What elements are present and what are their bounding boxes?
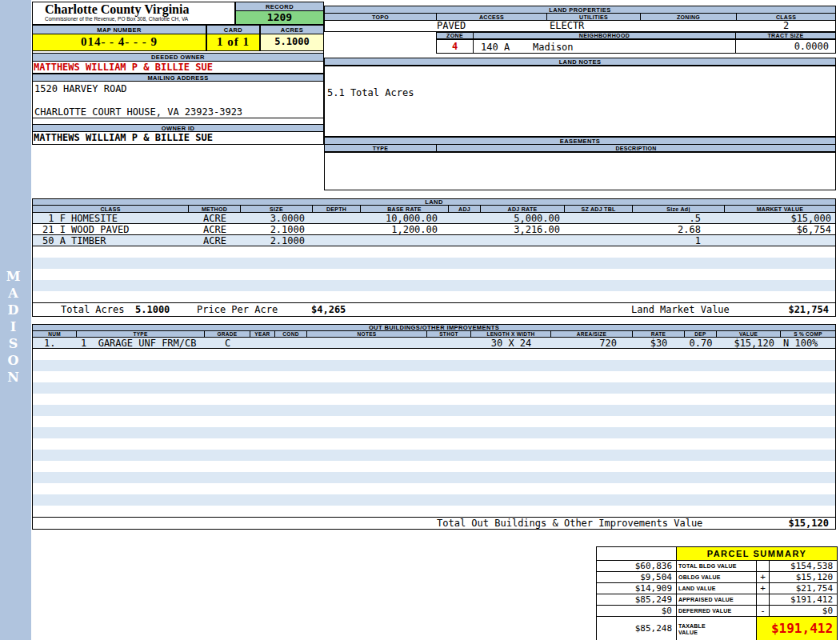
map-number-label: MAP NUMBER [32, 25, 206, 34]
deeded-owner-value: MATTHEWS WILLIAM P & BILLIE SUE [32, 62, 324, 74]
col-notes: NOTES [307, 331, 427, 338]
summary-label: TOTAL BLDG VALUE [677, 561, 757, 572]
card-label: CARD [206, 25, 260, 34]
district-sidebar: MADISON [0, 0, 31, 640]
parcel-summary-header: PARCEL SUMMARY [597, 547, 838, 561]
col-type: TYPE [77, 331, 205, 338]
summary-operator [757, 561, 770, 572]
col-rate: RATE [633, 331, 685, 338]
land-section-title: LAND [32, 198, 836, 206]
summary-operator [757, 594, 770, 606]
empty-row [33, 438, 835, 450]
empty-row [33, 461, 835, 472]
ob-s-comp: N 100% [781, 338, 835, 348]
zone-label: ZONE [436, 32, 474, 39]
summary-operator: + [757, 583, 770, 594]
land-size-adj: 2.68 [633, 224, 725, 234]
col-length-width: LENGTH X WIDTH [471, 331, 551, 338]
col-cond: COND [275, 331, 307, 338]
card-field: CARD 1 of 1 [206, 25, 260, 51]
col-dep: DEP [685, 331, 717, 338]
prior-value: $14,909 [597, 583, 677, 594]
ob-num: 1. [33, 338, 77, 348]
empty-row [33, 427, 835, 438]
total-acres-label: Total Acres [61, 304, 124, 316]
summary-value: $154,538 [770, 561, 838, 572]
col-sz-adj-tbl: SZ ADJ TBL [565, 206, 633, 213]
record-label: RECORD [235, 2, 324, 11]
taxable-value-row: $85,248 TAXABLE VALUE $191,412 [597, 617, 838, 640]
map-number-field: MAP NUMBER 014- - 4- - - 9 [32, 25, 206, 51]
prior-value: $0 [597, 606, 677, 617]
col-adj: ADJ [449, 206, 481, 213]
empty-row [33, 506, 835, 517]
county-subtitle: Commissioner of the Revenue, PO Box 308,… [33, 16, 234, 22]
col-class: CLASS [33, 206, 189, 213]
land-method: ACRE [189, 213, 241, 223]
address-line-2: CHARLOTTE COURT HOUSE, VA 23923-3923 [34, 106, 242, 118]
land-market-value-total: $21,754 [788, 304, 829, 316]
land-size-adj: 1 [633, 235, 725, 246]
empty-row [33, 494, 835, 506]
empty-row [33, 472, 835, 483]
empty-row [33, 371, 835, 382]
neighborhood-name: Madison [533, 42, 574, 53]
out-buildings-table: OUT BUILDINGS/OTHER IMPROVEMENTS NUM TYP… [32, 324, 836, 530]
property-record-card: MADISON Charlotte County Virginia Commis… [0, 0, 840, 640]
price-per-acre-label: Price Per Acre [197, 304, 278, 316]
ob-value: $15,120 [717, 338, 781, 348]
summary-label: APPRAISED VALUE [677, 594, 757, 606]
summary-operator: - [757, 606, 770, 617]
map-number-value: 014- - 4- - - 9 [32, 34, 206, 51]
empty-row [33, 349, 835, 360]
tract-size-label: TRACT SIZE [735, 32, 836, 39]
mailing-address-label: MAILING ADDRESS [32, 74, 324, 82]
acres-label: ACRES [260, 25, 324, 34]
parcel-summary-title: PARCEL SUMMARY [677, 547, 838, 561]
acres-field: ACRES 5.1000 [260, 25, 324, 51]
address-line-1: 1520 HARVEY ROAD [34, 83, 127, 94]
district-label: MADISON [6, 269, 21, 386]
land-size: 2.1000 [241, 224, 313, 234]
easements-empty-area [324, 152, 836, 190]
land-method: ACRE [189, 224, 241, 234]
access-value: PAVED [437, 21, 466, 31]
out-buildings-rows: 1. 1 GARAGE UNF FRM/CB C 30 X 24 720 $30… [32, 338, 836, 518]
easements-title: EASEMENTS [324, 137, 836, 145]
easements-headers: TYPE DESCRIPTION [324, 145, 836, 152]
acres-value: 5.1000 [260, 34, 324, 51]
empty-row [33, 360, 835, 371]
taxable-value-amount: $191,412 [757, 617, 838, 640]
land-size: 3.0000 [241, 213, 313, 223]
class-value: 2 [783, 21, 789, 31]
ob-dep: 0.70 [685, 338, 717, 348]
neighborhood-label: NEIGHBORHOOD [473, 32, 736, 39]
tract-size-value: 0.0000 [735, 39, 836, 54]
summary-operator: + [757, 572, 770, 583]
utilities-value: ELECTR [550, 21, 584, 31]
summary-row: $60,836 TOTAL BLDG VALUE $154,538 [597, 561, 838, 572]
summary-row: $9,504 OBLDG VALUE + $15,120 [597, 572, 838, 583]
col-value: VALUE [717, 331, 781, 338]
summary-row: $14,909 LAND VALUE + $21,754 [597, 583, 838, 594]
empty-row [33, 483, 835, 494]
land-totals-row: Total Acres 5.1000 Price Per Acre $4,265… [32, 303, 836, 317]
price-per-acre-value: $4,265 [311, 304, 346, 316]
land-adj-rate: 5,000.00 [481, 213, 565, 223]
col-sthgt: STHGT [427, 331, 471, 338]
summary-row: $0 DEFERRED VALUE - $0 [597, 606, 838, 617]
land-base-rate: 1,200.00 [361, 224, 449, 234]
land-market-value: $6,754 [725, 224, 835, 234]
prior-taxable-value: $85,248 [597, 617, 677, 640]
col-size: SIZE [241, 206, 313, 213]
land-class: 1 F HOMESITE [33, 213, 189, 223]
deeded-owner-label: DEEDED OWNER [32, 53, 324, 62]
parcel-summary: PARCEL SUMMARY $60,836 TOTAL BLDG VALUE … [596, 546, 838, 640]
summary-value: $0 [770, 606, 838, 617]
land-method: ACRE [189, 235, 241, 246]
col-adj-rate: ADJ RATE [481, 206, 565, 213]
empty-row [33, 258, 835, 269]
land-rows: 1 F HOMESITE ACRE 3.0000 10,000.00 5,000… [32, 213, 836, 303]
summary-row: $85,249 APPRAISED VALUE $191,412 [597, 594, 838, 606]
col-market-value: MARKET VALUE [725, 206, 835, 213]
